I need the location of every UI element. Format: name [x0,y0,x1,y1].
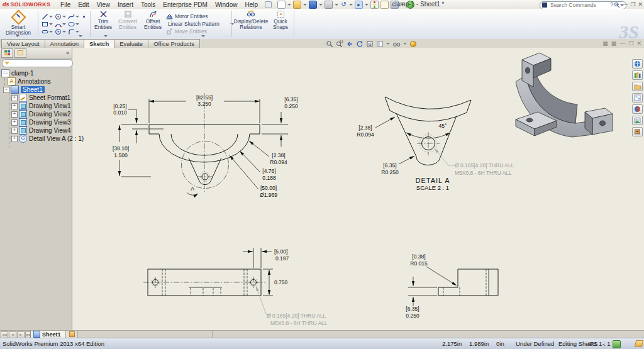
design-library-icon[interactable] [632,70,643,80]
rotate-view-icon[interactable] [356,40,364,48]
tree-item-sheet-format1[interactable]: + Sheet Format1 [11,94,70,102]
slot-tool-icon[interactable] [41,28,53,35]
dim-detail-radius[interactable]: [6.35] R0.250 [381,156,414,175]
tree-root[interactable]: clamp-1 [1,69,34,77]
dim-front-band[interactable]: [4.76] 0.188 [240,151,276,181]
menu-view[interactable]: View [92,1,114,8]
doc-minimize-icon[interactable]: — [619,40,625,47]
open-dropdown-icon[interactable] [303,4,307,6]
trim-flyout-icon[interactable] [79,35,82,37]
search-input[interactable] [549,1,614,9]
tree-item-drawing-view1[interactable]: + Drawing View1 [11,102,71,110]
smart-dimension-flyout-icon[interactable] [16,35,19,37]
print-dropdown-icon[interactable] [335,4,338,6]
tree-filter-input[interactable] [2,59,73,67]
doc-close-icon[interactable]: ✕ [636,40,641,47]
dim-front-fillet[interactable]: [2.38] R0.094 [249,141,287,165]
detail-hole-note[interactable]: Ø 0.165[4.20] THRU ALL M5X0.8 - 6H THRU … [435,148,514,176]
dim-front-height[interactable]: [38.10] 1.500 [113,125,151,177]
minimize-icon[interactable]: — [622,1,628,8]
3d-drawing-view-icon[interactable]: G [366,40,374,48]
dim-detail-fillet[interactable]: [2.38] R0.094 [357,117,395,138]
search-scope-icon[interactable] [542,3,547,8]
menu-file[interactable]: File [57,1,74,8]
detail-view-a[interactable]: 45° [2.38] R0.094 [6.35] R0.250 Ø 0.165[… [357,97,514,191]
mirror-entities-button[interactable]: Mirror Entities [166,13,229,20]
relations-flyout-icon[interactable] [201,35,205,37]
drawing-sheet[interactable]: [82.55] 3.250 [0.25] 0.010 [38.10] 1.500 [72,48,631,330]
menu-help[interactable]: Help [241,1,262,8]
move-entities-button[interactable]: Move Entities [166,28,229,35]
help-dropdown-icon[interactable] [616,4,619,6]
hide-show-items-icon[interactable] [392,40,401,48]
display-delete-relations-button[interactable]: Display/Delete Relations [233,9,269,39]
feature-tree-tab[interactable] [1,48,13,58]
expand-icon[interactable]: + [11,95,18,101]
arc-tool-icon[interactable] [54,21,67,28]
save-dropdown-icon[interactable] [319,4,323,6]
menu-enterprise-pdm[interactable]: Enterprise PDM [159,1,211,8]
top-view[interactable]: [5.00] 0.197 0.750 Ø 0.165[4.20] THRU AL… [143,248,328,326]
menu-window[interactable]: Window [211,1,242,8]
tab-view-layout[interactable]: View Layout [1,39,45,48]
viewport-grid-icon[interactable]: ▦ [602,40,608,47]
property-manager-tab[interactable] [14,48,26,58]
dim-top-offset[interactable]: [5.00] 0.197 [243,248,289,268]
fillet-tool-icon[interactable] [67,28,80,35]
tab-office-products[interactable]: Office Products [148,39,200,48]
dim-front-thickness[interactable]: [6.35] 0.250 [262,96,298,147]
convert-entities-button[interactable]: Convert Entities [114,9,141,39]
dim-side-fillet[interactable]: [0.38] R0.015 [410,253,457,285]
isometric-view[interactable] [516,53,613,137]
appearances-icon[interactable] [632,104,643,114]
ellipse-tool-icon[interactable] [67,21,80,28]
help-menu-icon[interactable]: ? [610,1,613,8]
doc-restore-icon[interactable]: ❐ [628,40,633,47]
linear-sketch-pattern-button[interactable]: Linear Sketch Pattern [166,21,229,28]
side-view[interactable]: [0.38] R0.015 [6.35] 0.250 [406,253,498,319]
edit-appearance-icon[interactable] [409,40,417,48]
zoom-fit-icon[interactable] [326,40,333,48]
spline-tool-icon[interactable] [67,13,80,20]
hide-show-dropdown-icon[interactable] [403,43,407,45]
previous-view-icon[interactable] [346,40,353,48]
tree-item-drawing-view3[interactable]: + Drawing View3 [11,118,71,126]
tree-item-annotations[interactable]: A Annotations [8,77,51,86]
close-icon[interactable]: ✕ [638,1,643,8]
menu-edit[interactable]: Edit [74,1,92,8]
custom-properties-icon[interactable] [632,127,643,136]
smart-dimension-button[interactable]: Smart Dimension [0,9,36,39]
viewport-grid2-icon[interactable]: ▦ [611,40,617,47]
display-style-dropdown-icon[interactable] [386,43,390,45]
tree-item-drawing-view4[interactable]: + Drawing View4 [11,126,71,135]
menu-pin-icon[interactable] [265,1,272,8]
zoom-area-icon[interactable] [336,40,343,48]
circle-tool-icon[interactable] [54,13,67,20]
undo-icon[interactable]: ↺ [340,1,347,8]
new-file-icon[interactable] [277,1,286,9]
tree-item-drawing-view2[interactable]: + Drawing View2 [11,110,71,118]
polygon-tool-icon[interactable] [54,28,67,35]
menu-insert[interactable]: Insert [114,1,137,8]
print-icon[interactable] [325,1,333,9]
view-palette-icon[interactable] [632,93,643,102]
point-tool-icon[interactable] [80,13,87,20]
tree-item-sheet1[interactable]: - Sheet1 [3,86,45,94]
file-explorer-icon[interactable] [632,82,643,91]
tags-icon[interactable] [613,340,621,348]
dim-side-thickness[interactable]: [6.35] 0.250 [406,277,437,319]
collapse-icon[interactable]: - [3,87,9,93]
quick-snaps-button[interactable]: Quick Snaps [269,9,292,39]
rectangle-tool-icon[interactable] [41,21,53,28]
top-hole-note[interactable]: Ø 0.165[4.20] THRU ALL M5X0.8 - 6H THRU … [256,286,328,326]
convert-flyout-icon[interactable] [104,35,108,37]
offset-entities-button[interactable]: Offset Entities [141,9,165,39]
units-selector[interactable]: IPS [588,340,597,347]
solidworks-resources-icon[interactable] [632,59,643,69]
dim-front-step[interactable]: [0.25] 0.010 [113,103,148,143]
open-file-icon[interactable] [293,1,301,9]
menu-tools[interactable]: Tools [137,1,159,8]
tab-annotation[interactable]: Annotation [45,39,84,48]
quick-tips-icon[interactable] [635,340,643,347]
dim-top-height[interactable]: 0.750 [263,269,288,296]
